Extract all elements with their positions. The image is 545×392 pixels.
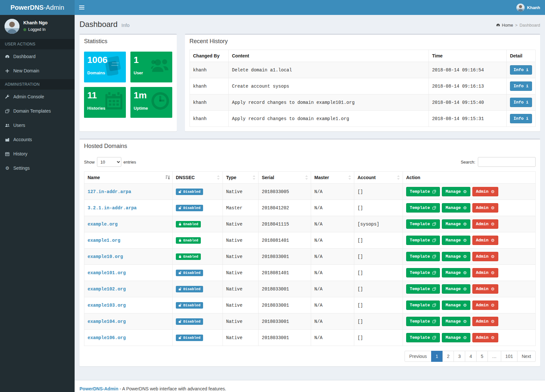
admin-button[interactable]: Admin⚙: [472, 333, 498, 342]
pagination-page-4[interactable]: 4: [465, 351, 477, 362]
column-header-account[interactable]: Account: [354, 172, 403, 184]
pagination-page-101[interactable]: 101: [501, 351, 517, 362]
sort-asc-icon[interactable]: [165, 175, 170, 180]
domain-master: N/A: [311, 281, 354, 297]
sidebar-item-admin-console[interactable]: Admin Console: [0, 90, 75, 104]
footer-brand-link[interactable]: PowerDNS-Admin: [79, 386, 118, 391]
sidebar-item-label: Dashboard: [13, 54, 36, 59]
pagination-page-3[interactable]: 3: [454, 351, 465, 362]
domain-link[interactable]: example106.org: [88, 335, 126, 340]
sidebar-item-dashboard[interactable]: Dashboard: [0, 49, 75, 64]
sort-icon[interactable]: [397, 175, 400, 180]
admin-button[interactable]: Admin⚙: [472, 317, 498, 326]
search-input[interactable]: [478, 157, 536, 167]
column-header-master[interactable]: Master: [311, 172, 354, 184]
admin-button[interactable]: Admin⚙: [472, 268, 498, 277]
history-content: Apply record changes to domain example10…: [229, 94, 429, 111]
manage-button[interactable]: Manage⚙: [442, 203, 470, 213]
sidebar-item-users[interactable]: Users: [0, 118, 75, 132]
pagination-page-5[interactable]: 5: [476, 351, 488, 362]
sidebar-item-history[interactable]: History: [0, 147, 75, 161]
gear-icon: ⚙: [463, 205, 467, 210]
column-header-serial[interactable]: Serial: [259, 172, 311, 184]
domain-link[interactable]: example1.org: [88, 238, 120, 243]
breadcrumb-home-label: Home: [502, 23, 513, 28]
sort-icon[interactable]: [252, 175, 256, 180]
gear-icon: ⚙: [491, 238, 495, 243]
manage-button[interactable]: Manage⚙: [442, 284, 470, 294]
domain-link[interactable]: 127.in-addr.arpa: [88, 189, 131, 194]
info-button[interactable]: Infoi: [510, 114, 532, 123]
template-button[interactable]: Template: [406, 317, 440, 326]
clone-icon: [432, 287, 436, 291]
pagination-previous[interactable]: Previous: [405, 351, 431, 362]
manage-button[interactable]: Manage⚙: [442, 236, 470, 245]
sidebar-item-new-domain[interactable]: New Domain: [0, 64, 75, 78]
admin-button[interactable]: Admin⚙: [472, 219, 498, 229]
manage-button[interactable]: Manage⚙: [442, 300, 470, 310]
column-header-dnssec[interactable]: DNSSEC: [173, 172, 223, 184]
admin-button[interactable]: Admin⚙: [472, 284, 498, 294]
domain-link[interactable]: 3.2.1.in-addr.arpa: [88, 205, 137, 211]
domain-master: N/A: [311, 232, 354, 249]
sort-icon[interactable]: [217, 175, 220, 180]
manage-button[interactable]: Manage⚙: [442, 268, 470, 277]
admin-button[interactable]: Admin⚙: [472, 203, 498, 213]
pagination: Previous 1 2 3 4 5 … 101 Next: [84, 351, 536, 362]
domain-link[interactable]: example102.org: [88, 287, 126, 292]
domain-link[interactable]: example103.org: [88, 303, 126, 308]
top-navbar: Khanh: [75, 0, 545, 15]
sidebar-toggle-icon[interactable]: [75, 0, 89, 15]
domain-type: Native: [223, 249, 259, 265]
dnssec-badge: Enabled: [176, 253, 201, 260]
manage-button[interactable]: Manage⚙: [442, 187, 470, 196]
admin-button[interactable]: Admin⚙: [472, 252, 498, 261]
column-header-type[interactable]: Type: [223, 172, 259, 184]
template-button[interactable]: Template: [406, 300, 440, 310]
pagination-page-2[interactable]: 2: [442, 351, 454, 362]
sort-icon[interactable]: [348, 175, 351, 180]
sort-icon[interactable]: [305, 175, 308, 180]
sidebar-item-domain-templates[interactable]: Domain Templates: [0, 104, 75, 118]
manage-button[interactable]: Manage⚙: [442, 252, 470, 261]
history-row: khanh Apply record changes to domain exa…: [190, 111, 536, 127]
manage-button[interactable]: Manage⚙: [442, 219, 470, 229]
app-logo[interactable]: PowerDNS-Admin: [0, 0, 75, 15]
info-button[interactable]: Infoi: [510, 65, 532, 75]
domain-link[interactable]: example101.org: [88, 270, 126, 276]
pagination-page-1[interactable]: 1: [431, 351, 443, 362]
domain-link[interactable]: example.org: [88, 222, 117, 227]
history-time: 2018-08-14 09:15:31: [429, 111, 506, 127]
template-button[interactable]: Template: [406, 268, 440, 277]
template-button[interactable]: Template: [406, 252, 440, 261]
pagination-next[interactable]: Next: [517, 351, 536, 362]
template-button[interactable]: Template: [406, 187, 440, 196]
template-button[interactable]: Template: [406, 203, 440, 213]
plus-icon: [5, 68, 10, 73]
column-header-name[interactable]: Name: [84, 172, 173, 184]
user-menu[interactable]: Khanh: [512, 0, 545, 15]
sidebar-item-accounts[interactable]: Accounts: [0, 132, 75, 147]
manage-button[interactable]: Manage⚙: [442, 333, 470, 342]
breadcrumb-home-link[interactable]: Home: [496, 23, 513, 28]
domain-row: example1.org Enabled Native 2018081401 N…: [84, 232, 536, 249]
info-button[interactable]: Infoi: [510, 98, 532, 107]
template-button[interactable]: Template: [406, 219, 440, 229]
template-button[interactable]: Template: [406, 236, 440, 245]
domain-link[interactable]: example104.org: [88, 319, 126, 324]
manage-button[interactable]: Manage⚙: [442, 317, 470, 326]
stat-card-domains: 1006 Domains: [84, 52, 126, 82]
template-button[interactable]: Template: [406, 284, 440, 294]
admin-button[interactable]: Admin⚙: [472, 236, 498, 245]
page-size-select[interactable]: 10: [97, 157, 121, 167]
admin-button[interactable]: Admin⚙: [472, 300, 498, 310]
sidebar-item-label: Settings: [13, 165, 30, 171]
sidebar-item-settings[interactable]: ⚙ Settings: [0, 161, 75, 175]
admin-button[interactable]: Admin⚙: [472, 187, 498, 196]
template-button[interactable]: Template: [406, 333, 440, 342]
domain-link[interactable]: example10.org: [88, 254, 123, 259]
main-content: Statistics 1006 Domains 1 User: [75, 34, 545, 380]
info-button[interactable]: Infoi: [510, 81, 532, 91]
clone-icon: [432, 238, 436, 242]
lock-icon: [178, 222, 182, 226]
